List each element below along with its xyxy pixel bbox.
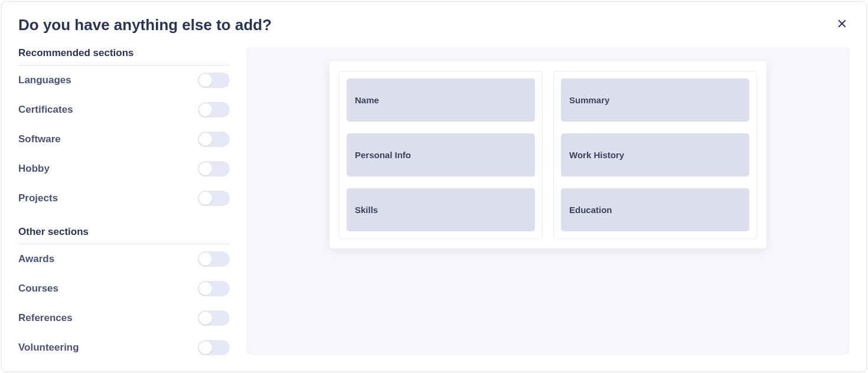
close-button[interactable] [834,16,850,31]
preview-column-right: Summary Work History Education [553,71,757,239]
toggle-row-references: References [18,303,230,333]
resume-preview-area: Name Personal Info Skills Summary Work H… [246,47,850,355]
preview-tile-name[interactable]: Name [347,78,535,122]
toggle-row-hobby: Hobby [18,154,230,184]
toggle-courses[interactable] [198,281,230,296]
toggle-label: Courses [18,283,58,295]
toggle-projects[interactable] [198,191,230,206]
toggle-label: Hobby [18,163,50,175]
toggle-row-awards: Awards [18,244,230,274]
toggle-row-software: Software [18,125,230,154]
toggle-label: Projects [18,192,58,204]
sections-sidebar: Recommended sections Languages Certifica… [18,47,230,355]
toggle-software[interactable] [198,132,230,147]
modal-title: Do you have anything else to add? [18,16,272,34]
preview-tile-education[interactable]: Education [561,188,749,231]
add-sections-modal: Do you have anything else to add? Recomm… [1,1,867,372]
toggle-row-certificates: Certificates [18,95,230,125]
toggle-label: Software [18,133,61,145]
toggle-label: Awards [18,253,54,265]
toggle-row-languages: Languages [18,66,230,95]
recommended-sections-group: Recommended sections Languages Certifica… [18,47,230,213]
preview-column-left: Name Personal Info Skills [339,71,543,239]
toggle-certificates[interactable] [198,102,230,117]
modal-header: Do you have anything else to add? [18,16,850,34]
toggle-hobby[interactable] [198,161,230,176]
toggle-label: Certificates [18,104,73,116]
resume-preview-card: Name Personal Info Skills Summary Work H… [329,61,766,248]
toggle-awards[interactable] [198,251,230,267]
toggle-row-courses: Courses [18,274,230,303]
toggle-row-volunteering: Volunteering [18,333,230,362]
toggle-volunteering[interactable] [198,340,230,355]
modal-body: Recommended sections Languages Certifica… [18,47,850,355]
preview-tile-personal-info[interactable]: Personal Info [347,133,535,176]
preview-tile-summary[interactable]: Summary [561,78,749,122]
toggle-languages[interactable] [198,73,230,88]
close-icon [837,18,847,29]
group-title-other: Other sections [18,226,230,244]
toggle-label: References [18,312,73,324]
toggle-row-projects: Projects [18,184,230,213]
preview-tile-work-history[interactable]: Work History [561,133,749,176]
other-sections-group: Other sections Awards Courses References… [18,226,230,362]
group-title-recommended: Recommended sections [18,47,230,66]
toggle-label: Volunteering [18,342,79,354]
preview-tile-skills[interactable]: Skills [347,188,535,231]
toggle-references[interactable] [198,310,230,326]
toggle-label: Languages [18,74,71,86]
